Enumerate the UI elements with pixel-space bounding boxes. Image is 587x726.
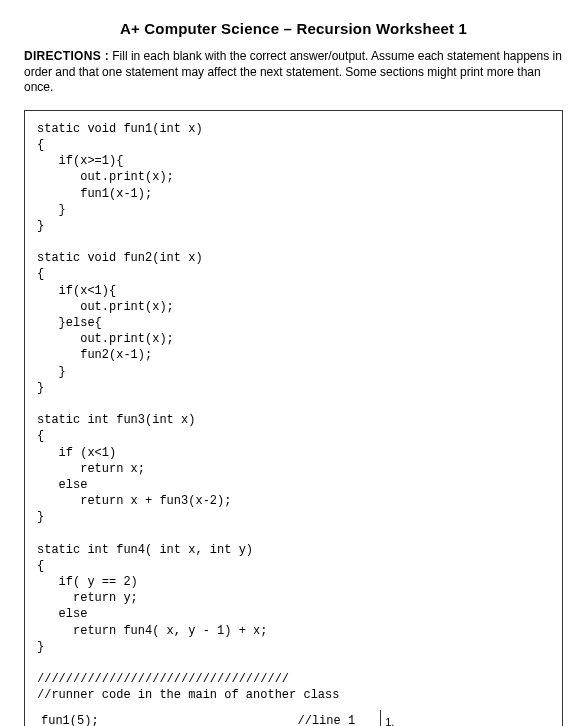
code-block: static void fun1(int x) { if(x>=1){ out.… xyxy=(37,121,550,704)
table-row: fun1(5); //line 1 1. xyxy=(37,710,550,726)
runner-call: fun1(5); xyxy=(37,710,294,726)
answer-number: 1. xyxy=(381,710,407,726)
directions: DIRECTIONS : Fill in each blank with the… xyxy=(24,49,563,96)
runner-table: fun1(5); //line 1 1. fun2(6); //line 2 2… xyxy=(37,710,550,726)
page-title: A+ Computer Science – Recursion Workshee… xyxy=(24,20,563,37)
directions-label: DIRECTIONS : xyxy=(24,49,109,63)
answer-blank[interactable] xyxy=(406,710,550,726)
runner-line-comment: //line 1 xyxy=(294,710,381,726)
worksheet-box: static void fun1(int x) { if(x>=1){ out.… xyxy=(24,110,563,726)
